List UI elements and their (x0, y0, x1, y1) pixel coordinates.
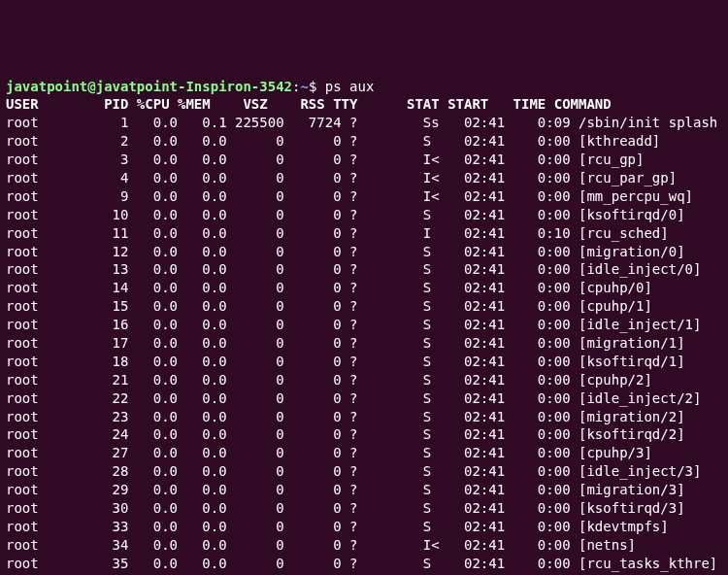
process-row: root 23 0.0 0.0 0 0 ? S 02:41 0:00 [migr… (6, 409, 685, 424)
process-row: root 14 0.0 0.0 0 0 ? S 02:41 0:00 [cpuh… (6, 280, 652, 295)
process-row: root 9 0.0 0.0 0 0 ? I< 02:41 0:00 [mm_p… (6, 188, 693, 204)
process-row: root 10 0.0 0.0 0 0 ? S 02:41 0:00 [ksof… (6, 207, 685, 222)
process-row: root 22 0.0 0.0 0 0 ? S 02:41 0:00 [idle… (6, 390, 701, 406)
process-row: root 11 0.0 0.0 0 0 ? I 02:41 0:10 [rcu_… (6, 225, 669, 241)
prompt-line: javatpoint@javatpoint-Inspiron-3542:~$ p… (6, 79, 374, 94)
process-row: root 17 0.0 0.0 0 0 ? S 02:41 0:00 [migr… (6, 335, 685, 351)
process-row: root 30 0.0 0.0 0 0 ? S 02:41 0:00 [ksof… (6, 500, 685, 516)
process-row: root 27 0.0 0.0 0 0 ? S 02:41 0:00 [cpuh… (6, 445, 652, 460)
process-row: root 35 0.0 0.0 0 0 ? S 02:41 0:00 [rcu_… (6, 556, 717, 571)
process-row: root 15 0.0 0.0 0 0 ? S 02:41 0:00 [cpuh… (6, 298, 652, 314)
process-row: root 4 0.0 0.0 0 0 ? I< 02:41 0:00 [rcu_… (6, 170, 677, 186)
process-row: root 33 0.0 0.0 0 0 ? S 02:41 0:00 [kdev… (6, 519, 669, 534)
prompt-user-host: javatpoint@javatpoint-Inspiron-3542 (6, 79, 292, 94)
process-row: root 18 0.0 0.0 0 0 ? S 02:41 0:00 [ksof… (6, 354, 685, 369)
process-row: root 29 0.0 0.0 0 0 ? S 02:41 0:00 [migr… (6, 482, 685, 497)
prompt-path: ~ (300, 79, 308, 94)
process-row: root 16 0.0 0.0 0 0 ? S 02:41 0:00 [idle… (6, 317, 701, 332)
process-row: root 12 0.0 0.0 0 0 ? S 02:41 0:00 [migr… (6, 244, 685, 259)
process-row: root 21 0.0 0.0 0 0 ? S 02:41 0:00 [cpuh… (6, 372, 652, 388)
terminal-output[interactable]: javatpoint@javatpoint-Inspiron-3542:~$ p… (6, 78, 722, 575)
prompt-dollar: $ (309, 79, 316, 94)
process-row: root 24 0.0 0.0 0 0 ? S 02:41 0:00 [ksof… (6, 426, 685, 442)
process-row: root 2 0.0 0.0 0 0 ? S 02:41 0:00 [kthre… (6, 133, 660, 149)
typed-command: ps aux (325, 79, 375, 94)
process-row: root 13 0.0 0.0 0 0 ? S 02:41 0:00 [idle… (6, 261, 701, 277)
process-row: root 3 0.0 0.0 0 0 ? I< 02:41 0:00 [rcu_… (6, 152, 644, 167)
process-row: root 28 0.0 0.0 0 0 ? S 02:41 0:00 [idle… (6, 463, 701, 479)
process-row: root 1 0.0 0.1 225500 7724 ? Ss 02:41 0:… (6, 115, 717, 130)
process-row: root 34 0.0 0.0 0 0 ? I< 02:41 0:00 [net… (6, 537, 636, 553)
ps-header-row: USER PID %CPU %MEM VSZ RSS TTY STAT STAR… (6, 96, 612, 112)
